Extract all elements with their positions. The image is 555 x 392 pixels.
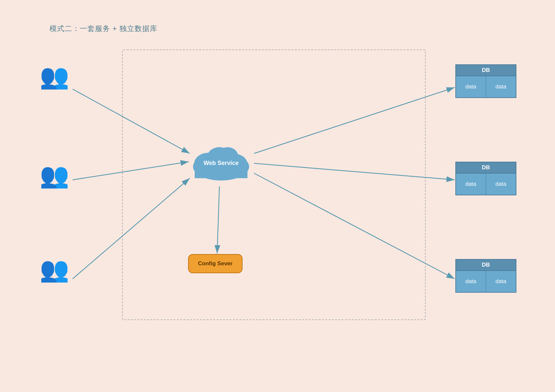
user-group-1: 👥 [40, 64, 69, 88]
user-icon-1: 👥 [40, 64, 69, 88]
cloud-label: Web Service [204, 159, 239, 167]
user-icon-3: 👥 [40, 257, 69, 281]
db-2-header: DB [455, 162, 516, 173]
db-2-cell-1: data [456, 174, 486, 195]
svg-rect-5 [195, 167, 247, 178]
diagram-container [122, 49, 426, 320]
web-service-cloud: Web Service [188, 142, 254, 185]
db-3-header: DB [455, 259, 516, 270]
user-group-2: 👥 [40, 163, 69, 187]
db-2-cell-2: data [486, 174, 516, 195]
db-1-cell-2: data [486, 76, 516, 97]
db-1: DB data data [455, 64, 516, 98]
user-group-3: 👥 [40, 257, 69, 281]
page-title: 模式二：一套服务 + 独立数据库 [49, 24, 157, 34]
config-label: Config Sever [198, 260, 233, 267]
db-2: DB data data [455, 162, 516, 195]
db-1-cell-1: data [456, 76, 486, 97]
config-server: Config Sever [188, 254, 243, 273]
db-3-cell-1: data [456, 271, 486, 292]
db-3-cell-2: data [486, 271, 516, 292]
db-3: DB data data [455, 259, 516, 293]
user-icon-2: 👥 [40, 163, 69, 187]
db-1-header: DB [455, 64, 516, 76]
